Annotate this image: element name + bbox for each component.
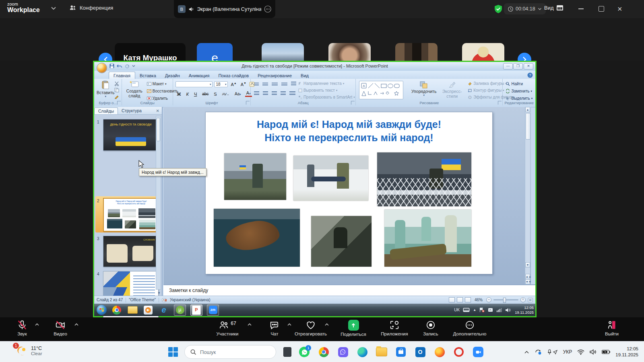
- win7-explorer-icon[interactable]: [127, 305, 138, 315]
- paste-button[interactable]: Вставить ▾: [97, 80, 115, 98]
- taskbar-weather-widget[interactable]: 1 11°C Clear: [15, 345, 42, 357]
- zoom-in-button[interactable]: +: [520, 297, 526, 302]
- ppt-close-button[interactable]: ✕: [524, 63, 533, 70]
- onedrive-sync-icon[interactable]: [535, 349, 542, 355]
- cut-icon[interactable]: [114, 81, 119, 86]
- win7-network-icon[interactable]: [496, 308, 502, 312]
- align-left-button[interactable]: [254, 91, 259, 96]
- language-indicator[interactable]: Украинский (Украина): [170, 298, 211, 302]
- underline-button[interactable]: Ч: [193, 92, 198, 97]
- win7-zoom-icon[interactable]: zm: [207, 304, 219, 316]
- taskbar-explorer-icon[interactable]: [376, 346, 387, 358]
- ppt-minimize-button[interactable]: —: [503, 63, 513, 70]
- wifi-icon[interactable]: [577, 350, 584, 355]
- taskbar-opera-icon[interactable]: [453, 346, 464, 358]
- slide-scrollbar-thumb[interactable]: [526, 113, 530, 140]
- paragraph-dialog-launcher[interactable]: [351, 101, 355, 105]
- taskbar-snipping-tool-icon[interactable]: [282, 346, 293, 358]
- taskbar-clock[interactable]: 12:05 19.11.2025: [615, 346, 638, 358]
- win7-clock[interactable]: 12:05 19.11.2025: [515, 305, 534, 315]
- text-shadow-button[interactable]: S: [213, 92, 218, 97]
- slide-thumbnail-3[interactable]: СЛОВНИК: [103, 236, 159, 267]
- taskbar-store-icon[interactable]: [395, 346, 407, 358]
- numbering-button[interactable]: [262, 82, 268, 87]
- panel-close-button[interactable]: ✕: [156, 109, 162, 113]
- align-center-button[interactable]: [263, 91, 268, 96]
- participants-button[interactable]: 67 Участники: [205, 320, 250, 336]
- mic-location-privacy-icon[interactable]: [547, 349, 558, 355]
- align-right-button[interactable]: [272, 91, 277, 96]
- window-minimize-button[interactable]: [578, 8, 584, 9]
- win7-chrome-icon[interactable]: [111, 305, 122, 315]
- spellcheck-icon[interactable]: [162, 298, 167, 302]
- next-slide-button[interactable]: ▼▼: [525, 279, 530, 284]
- zoom-slider[interactable]: [493, 299, 518, 300]
- replace-button[interactable]: Заменить▾: [506, 88, 533, 94]
- text-direction-button[interactable]: Направление текста▾: [298, 81, 355, 86]
- taskbar-firefox-icon[interactable]: [434, 346, 445, 358]
- ppt-tab-home[interactable]: Главная: [109, 72, 135, 79]
- react-chevron-icon[interactable]: [324, 323, 329, 326]
- win7-volume-icon[interactable]: [505, 308, 511, 313]
- bold-button[interactable]: Ж: [175, 92, 182, 97]
- react-button[interactable]: Отреагировать: [289, 320, 333, 336]
- shapes-scroll[interactable]: [405, 80, 407, 99]
- justify-button[interactable]: [281, 91, 286, 96]
- win7-updates-icon[interactable]: [488, 307, 493, 313]
- italic-button[interactable]: К: [185, 92, 190, 97]
- arrange-button[interactable]: Упорядочить ▾: [411, 81, 437, 97]
- decrease-indent-button[interactable]: [272, 82, 278, 87]
- view-button[interactable]: Вид: [544, 5, 563, 11]
- shrink-font-button[interactable]: A▼: [239, 82, 248, 87]
- ppt-restore-button[interactable]: ❐: [513, 63, 523, 70]
- tab-screen-share[interactable]: В Экран (Валентина Сутуліна): [174, 0, 275, 18]
- columns-button[interactable]: [289, 91, 295, 96]
- slide-thumbnail-2-selected[interactable]: Народ мій є! Народ мій завжди буде! Ніхт…: [103, 198, 159, 232]
- volume-icon[interactable]: [590, 349, 597, 355]
- panel-tab-outline[interactable]: Структура: [118, 107, 145, 114]
- taskbar-outlook-icon[interactable]: O: [415, 346, 426, 358]
- office-button[interactable]: [97, 63, 107, 73]
- slideshow-view-button[interactable]: [465, 297, 471, 302]
- window-maximize-button[interactable]: [599, 6, 604, 12]
- slide-scrollbar[interactable]: ▲ ▼ ▲▲ ▼▼: [525, 107, 530, 284]
- character-spacing-button[interactable]: AV↔: [221, 92, 231, 96]
- quick-styles-button[interactable]: Экспресс-стили: [438, 81, 466, 99]
- language-indicator[interactable]: УКР: [563, 349, 572, 355]
- ppt-tab-review[interactable]: Рецензирование: [253, 72, 296, 79]
- clipboard-dialog-launcher[interactable]: [117, 101, 121, 105]
- new-slide-button[interactable]: Создать слайд: [124, 80, 145, 98]
- previous-slide-button[interactable]: ▲▲: [525, 274, 530, 279]
- record-button[interactable]: Запись: [409, 320, 453, 336]
- win7-media-player-icon[interactable]: ▶: [142, 305, 154, 315]
- fit-to-window-icon[interactable]: [528, 298, 533, 302]
- taskbar-viber-icon[interactable]: [337, 346, 349, 358]
- notes-pane[interactable]: Заметки к слайду: [163, 284, 535, 296]
- align-text-button[interactable]: Выровнять текст▾: [298, 88, 355, 93]
- format-painter-icon[interactable]: [114, 94, 119, 99]
- win7-action-center-icon[interactable]: [479, 307, 485, 313]
- video-button[interactable]: Видео: [38, 320, 83, 336]
- help-icon[interactable]: ?: [527, 72, 533, 78]
- leave-button[interactable]: Выйти: [590, 320, 634, 336]
- scroll-up-icon[interactable]: ▲: [525, 107, 530, 112]
- zoom-slider-thumb[interactable]: [503, 298, 506, 303]
- taskbar-zoom-icon-active[interactable]: [473, 346, 484, 358]
- bullets-button[interactable]: [254, 82, 259, 87]
- zoom-out-button[interactable]: −: [486, 297, 491, 302]
- normal-view-button[interactable]: [449, 297, 455, 302]
- more-button[interactable]: Дополнительно: [448, 320, 492, 336]
- workspace-chevron-down-icon[interactable]: [51, 6, 56, 10]
- start-button[interactable]: [168, 347, 178, 357]
- tab-meeting[interactable]: Конференция: [69, 4, 113, 11]
- window-close-button[interactable]: ×: [617, 3, 622, 14]
- ppt-tab-insert[interactable]: Вставка: [135, 72, 161, 79]
- grow-font-button[interactable]: A▲: [229, 82, 237, 87]
- win7-keyboard-icon[interactable]: [463, 308, 470, 312]
- change-case-button[interactable]: Aa▾: [233, 92, 242, 96]
- tray-expand-chevron-icon[interactable]: [524, 350, 529, 354]
- panel-tab-slides[interactable]: Слайды: [94, 107, 118, 114]
- ppt-tab-slideshow[interactable]: Показ слайдов: [214, 72, 253, 79]
- panel-scroll-down-icon[interactable]: ▼: [157, 291, 161, 295]
- ppt-tab-animation[interactable]: Анимация: [184, 72, 214, 79]
